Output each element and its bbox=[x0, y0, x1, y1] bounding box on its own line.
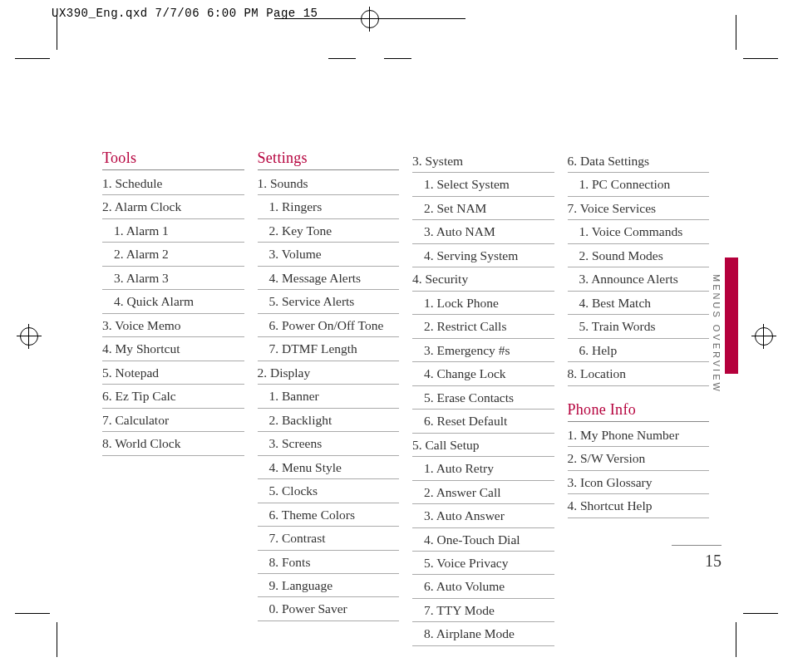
crop-mark-icon bbox=[743, 58, 778, 59]
menu-item: 4. Message Alerts bbox=[258, 267, 400, 290]
column-settings-cont: 3. System1. Select System2. Set NAM3. Au… bbox=[412, 150, 554, 646]
menu-item: 7. DTMF Length bbox=[258, 337, 400, 361]
menu-item: 3. Auto Answer bbox=[412, 504, 554, 527]
menu-item: 1. Sounds bbox=[258, 172, 400, 195]
menu-item: 2. Set NAM bbox=[412, 197, 554, 220]
menu-item: 2. Answer Call bbox=[412, 481, 554, 504]
column-tools: Tools 1. Schedule2. Alarm Clock1. Alarm … bbox=[102, 150, 244, 646]
heading-tools: Tools bbox=[102, 150, 244, 170]
menu-item: 4. My Shortcut bbox=[102, 337, 244, 361]
column-right: 6. Data Settings1. PC Connection7. Voice… bbox=[568, 150, 710, 646]
menu-item: 4. Serving System bbox=[412, 244, 554, 267]
menu-item: 7. Calculator bbox=[102, 409, 244, 432]
menu-item: 6. Data Settings bbox=[568, 150, 710, 173]
menu-item: 2. Restrict Calls bbox=[412, 315, 554, 338]
menu-item: 8. Location bbox=[568, 362, 710, 385]
crop-mark-icon bbox=[57, 622, 57, 657]
menu-item: 5. Train Words bbox=[568, 315, 710, 338]
crop-mark-icon bbox=[15, 58, 50, 59]
menu-item: 3. Screens bbox=[258, 432, 400, 455]
registration-mark-icon bbox=[20, 327, 38, 346]
menu-item: 3. Emergency #s bbox=[412, 339, 554, 362]
menu-item: 3. Volume bbox=[258, 243, 400, 266]
menu-item: 3. Alarm 3 bbox=[102, 267, 244, 290]
menu-item: 7. TTY Mode bbox=[412, 599, 554, 622]
menu-item: 7. Contrast bbox=[258, 527, 400, 550]
menu-item: 2. S/W Version bbox=[568, 447, 710, 470]
menu-item: 2. Backlight bbox=[258, 409, 400, 432]
menu-item: 3. System bbox=[412, 150, 554, 173]
menu-item: 3. Auto NAM bbox=[412, 220, 554, 243]
crop-mark-icon bbox=[328, 58, 356, 59]
menu-item: 1. Schedule bbox=[102, 172, 244, 195]
menu-item: 4. Best Match bbox=[568, 292, 710, 315]
menu-item: 5. Voice Privacy bbox=[412, 552, 554, 575]
registration-mark-icon bbox=[755, 327, 773, 346]
menu-item: 4. Shortcut Help bbox=[568, 494, 710, 517]
menu-item: 6. Auto Volume bbox=[412, 575, 554, 598]
menu-item: 3. Voice Memo bbox=[102, 314, 244, 337]
column-settings: Settings 1. Sounds1. Ringers2. Key Tone3… bbox=[258, 150, 400, 646]
menu-item: 1. Lock Phone bbox=[412, 292, 554, 315]
menu-item: 0. Power Saver bbox=[258, 597, 400, 620]
menu-item: 6. Reset Default bbox=[412, 410, 554, 433]
menu-item: 2. Sound Modes bbox=[568, 244, 710, 267]
menu-item: 6. Ez Tip Calc bbox=[102, 385, 244, 408]
crop-mark-icon bbox=[57, 15, 57, 50]
heading-settings: Settings bbox=[258, 150, 400, 170]
menu-item: 9. Language bbox=[258, 574, 400, 597]
section-label: MENUS OVERVIEW bbox=[712, 274, 722, 394]
crop-mark-icon bbox=[736, 622, 736, 657]
menu-item: 6. Help bbox=[568, 339, 710, 362]
menu-item: 5. Erase Contacts bbox=[412, 386, 554, 410]
menu-item: 2. Alarm Clock bbox=[102, 195, 244, 218]
menu-item: 5. Service Alerts bbox=[258, 290, 400, 313]
menu-item: 4. One-Touch Dial bbox=[412, 528, 554, 552]
crop-mark-icon bbox=[743, 613, 778, 614]
menu-item: 5. Notepad bbox=[102, 361, 244, 385]
menu-item: 1. Banner bbox=[258, 385, 400, 408]
menu-item: 1. My Phone Number bbox=[568, 424, 710, 447]
menu-item: 2. Key Tone bbox=[258, 219, 400, 243]
menu-item: 2. Alarm 2 bbox=[102, 243, 244, 266]
menu-item: 4. Change Lock bbox=[412, 362, 554, 385]
menu-item: 6. Power On/Off Tone bbox=[258, 314, 400, 337]
menu-item: 4. Security bbox=[412, 267, 554, 291]
menu-item: 8. Airplane Mode bbox=[412, 622, 554, 645]
crop-mark-icon bbox=[274, 18, 465, 19]
registration-mark-icon bbox=[361, 10, 379, 28]
menu-item: 6. Theme Colors bbox=[258, 503, 400, 527]
menu-item: 4. Menu Style bbox=[258, 456, 400, 479]
menu-item: 1. PC Connection bbox=[568, 173, 710, 196]
page-content: Tools 1. Schedule2. Alarm Clock1. Alarm … bbox=[102, 150, 709, 646]
menu-item: 5. Call Setup bbox=[412, 434, 554, 457]
crop-mark-icon bbox=[15, 613, 50, 614]
crop-mark-icon bbox=[736, 15, 736, 50]
menu-item: 1. Auto Retry bbox=[412, 457, 554, 480]
menu-item: 7. Voice Services bbox=[568, 197, 710, 220]
menu-item: 1. Alarm 1 bbox=[102, 219, 244, 243]
menu-item: 5. Clocks bbox=[258, 479, 400, 503]
crop-mark-icon bbox=[384, 58, 411, 59]
menu-item: 8. Fonts bbox=[258, 551, 400, 574]
menu-item: 1. Voice Commands bbox=[568, 220, 710, 243]
menu-item: 1. Select System bbox=[412, 173, 554, 196]
menu-item: 1. Ringers bbox=[258, 195, 400, 218]
menu-item: 4. Quick Alarm bbox=[102, 290, 244, 313]
menu-item: 3. Icon Glossary bbox=[568, 471, 710, 494]
menu-item: 8. World Clock bbox=[102, 432, 244, 455]
menu-item: 3. Announce Alerts bbox=[568, 267, 710, 291]
heading-phone-info: Phone Info bbox=[568, 401, 710, 422]
menu-item: 2. Display bbox=[258, 361, 400, 385]
section-tab bbox=[725, 258, 738, 374]
